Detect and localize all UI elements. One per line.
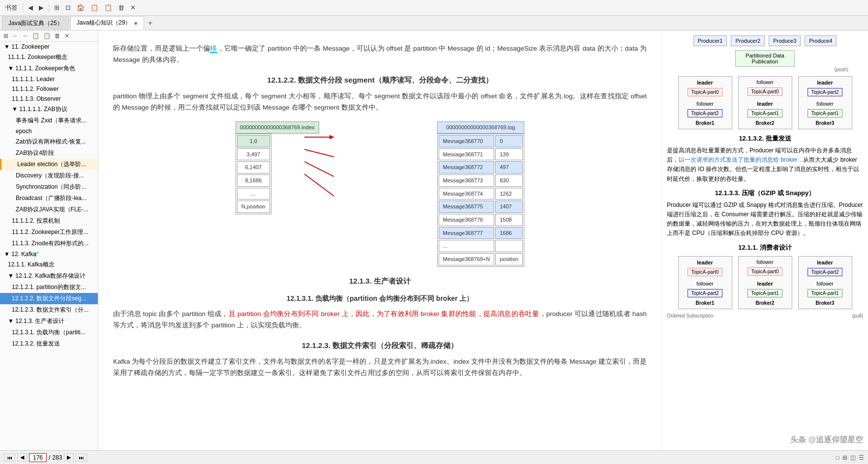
sidebar-item-batch[interactable]: 12.1.3.2. 批量发送 [0,338,98,349]
section5-body: 是提高消息吞吐量重要的方式，Producer 端可以在内存中合并多条消息后，以一… [667,146,863,184]
toolbar-panel[interactable]: ⊡ [63,3,73,12]
status-icons: □ ⊞ ◫ ☰ [836,454,864,461]
sidebar-btn-expand[interactable]: ⊞ [2,32,10,40]
pull-label: (pull) [852,313,863,319]
consumer-section: 12.1.1. 消费者设计 leader TopicA-part0 follow… [667,243,863,319]
broker1-bot: leader TopicA-part0 follower TopicA-part… [678,256,732,309]
status-icon-2: ⊞ [842,454,847,461]
sidebar: ⊞ ← → 📋 📋 🗑 ✕ ▼ 11. Zookeeper 11.1.1. Zo… [0,30,98,450]
sidebar-item-zab-mode[interactable]: Zab协议有两种模式-恢复... [0,136,98,147]
sidebar-item-kafka[interactable]: ▼ 12. Kafka ↙ [0,249,98,259]
sidebar-item-label: 12.1.3.1. 负载均衡（partiti... [12,329,85,336]
sidebar-item-label: 12.1.3.2. 批量发送 [12,340,60,347]
page-next-button[interactable]: ▶ [64,453,74,462]
data-table: Message3687700 Message368771139 Message3… [437,134,525,267]
sidebar-item-zab[interactable]: ▼ 11.1.1.1. ZAB协议 [0,104,98,115]
page-first-button[interactable]: ⏮ [4,454,15,462]
producer2: Producer2 [731,35,765,46]
page-prev-button[interactable]: ◀ [17,453,27,462]
sidebar-btn-back[interactable]: ← [11,32,20,40]
index-table: 1,0 3,497 6,1407 8,1686 ... N,position [236,134,271,214]
index-filename: 00000000000000368769.index [236,121,319,134]
sidebar-btn-copy1[interactable]: 📋 [30,32,41,40]
sidebar-btn-close[interactable]: ✕ [63,32,71,40]
broker2-top: follower TopicA-part0 leader TopicA-part… [738,76,792,129]
sidebar-item-epoch[interactable]: epoch [0,126,98,136]
section6-body: Producer 端可以通过 GZIP 或 Snappy 格式对消息集合进行压缩… [667,201,863,238]
sidebar-item-label: Leader election（选举阶... [17,161,86,168]
data-filename: 00000000000000368769.log [437,121,525,134]
toolbar-back[interactable]: ◀ [26,3,35,12]
sidebar-item-zab-4stage[interactable]: ZAB协议4阶段 [0,147,98,159]
sidebar-btn-copy2[interactable]: 📋 [42,32,52,40]
toolbar-copy[interactable]: 📋 [89,3,100,12]
section1-title: 12.1.2.2. 数据文件分段 segment（顺序读写、分段命令、二分查找） [113,74,647,87]
svg-line-6 [304,162,334,176]
sidebar-item-label: 11.1.2. Zookeeper工作原理... [12,229,88,235]
sidebar-item-producer[interactable]: ▼ 12.1.3. 生产者设计 [0,316,98,327]
sidebar-item-index[interactable]: 12.1.2.3. 数据文件索引（分... [0,304,98,316]
kafka-diagram-top: Producer1 Producer2 Produce3 Produce4 Pa… [667,35,863,129]
sidebar-item-sync[interactable]: Synchronization（同步阶... [0,181,98,193]
sidebar-item-segment[interactable]: 12.1.2.2. 数据文件分段seg... [0,293,98,304]
broker2-bot: follower TopicA-part0 leader TopicA-part… [738,256,792,309]
sidebar-item-loadbalance[interactable]: 12.1.3.1. 负载均衡（partiti... [0,327,98,338]
doc-area[interactable]: 际存储位置，而是逻辑上一个偏移，它唯一确定了 partition 中的一条 Me… [98,30,661,450]
sidebar-item-label: 11.1.1.2. Follower [12,86,59,92]
sidebar-item-partition-data[interactable]: 12.1.2.1. partition的数据文... [0,282,98,293]
tab-add-button[interactable]: + [145,19,155,28]
page-separator: / [49,454,50,461]
compress-section: 12.1.3.3. 压缩（GZIP 或 Snappy） Producer 端可以… [667,189,863,238]
sidebar-item-kafka-storage[interactable]: ▼ 12.1.2. Kafka数据存储设计 [0,270,98,282]
status-icon-4: ☰ [859,454,864,461]
sidebar-item-zk-concept[interactable]: 11.1.1. Zookeeper概念 [0,52,98,63]
toolbar-copy2[interactable]: 📋 [102,3,114,12]
sidebar-item-zookeeper[interactable]: ▼ 11. Zookeeper [0,42,98,52]
toolbar-grid[interactable]: ⊞ [52,3,61,12]
sidebar-item-discovery[interactable]: Discovery（发现阶段-接... [0,170,98,181]
sidebar-item-label: ▼ 12.1.3. 生产者设计 [8,318,64,324]
toolbar: 书签 ◀ ▶ ⊞ ⊡ 🏠 📋 📋 🗑 ✕ [0,0,868,16]
section2-title: 12.1.2.3. 数据文件索引（分段索引、稀疏存储） [113,339,647,352]
tab-java-core[interactable]: Java核心知识（29） ● [70,16,144,30]
section7-title: 12.1.1. 消费者设计 [667,243,863,252]
toolbar-forward[interactable]: ▶ [37,3,46,12]
sidebar-item-zab-java[interactable]: ZAB协议JAVA实现（FLE-... [0,204,98,215]
bottom-right-area: □ ⊞ ◫ ☰ [836,454,864,461]
toolbar-delete[interactable]: 🗑 [116,3,126,12]
sidebar-item-vote[interactable]: 11.1.1.2. 投票机制 [0,215,98,227]
page-number-input[interactable] [29,453,47,462]
page-last-button[interactable]: ⏭ [76,454,87,462]
tab-label-1: Java面试宝典（25） [8,19,63,28]
sidebar-item-zxid[interactable]: 事务编号 Zxid（事务请求... [0,115,98,126]
sidebar-item-follower[interactable]: 11.1.1.2. Follower [0,84,98,94]
section6-title: 12.1.3.3. 压缩（GZIP 或 Snappy） [667,189,863,198]
sidebar-item-label: 12.1.2.1. partition的数据文... [12,284,86,290]
sidebar-item-kafka-concept[interactable]: 12.1.1. Kafka概念 [0,259,98,270]
sidebar-item-zk-role[interactable]: ▼ 11.1.1. Zookeeper角色 [0,63,98,74]
index-diagram-container: 00000000000000368769.index 1,0 3,497 6,1… [113,121,647,267]
main-layout: ⊞ ← → 📋 📋 🗑 ✕ ▼ 11. Zookeeper 11.1.1. Zo… [0,30,868,450]
status-icon-1: □ [836,454,839,461]
sidebar-item-zk-work[interactable]: 11.1.2. Zookeeper工作原理... [0,227,98,238]
tab-java-interview[interactable]: Java面试宝典（25） [2,16,69,30]
toolbar-home[interactable]: 🏠 [75,3,87,12]
sidebar-btn-del[interactable]: 🗑 [53,32,62,40]
toolbar-bookmark[interactable]: 书签 [3,2,20,13]
sidebar-item-label: ▼ 11. Zookeeper [4,43,50,50]
broker3-bot: leader TopicA-part2 follower TopicA-part… [798,256,852,309]
sidebar-item-label: 11.1.3. Znode有四种形式的... [12,240,89,247]
sidebar-item-label: Synchronization（同步阶... [16,183,86,190]
sidebar-item-observer[interactable]: 11.1.1.3. Observer [0,94,98,104]
sidebar-item-label: 11.1.1.3. Observer [12,95,60,102]
producer4: Produce4 [805,35,837,46]
toolbar-close[interactable]: ✕ [128,3,138,12]
sidebar-item-broadcast[interactable]: Broadcast（广播阶段-lea... [0,193,98,204]
svg-line-7 [304,174,334,196]
sidebar-item-znode[interactable]: 11.1.3. Znode有四种形式的... [0,238,98,249]
sidebar-item-leader-election[interactable]: Leader election（选举阶... [0,159,98,170]
tab-close-icon[interactable]: ● [134,20,137,27]
pub-area: Partitioned DataPublication (push) [667,50,863,72]
sidebar-item-leader[interactable]: 11.1.1.1. Leader [0,74,98,84]
sidebar-btn-fwd[interactable]: → [21,32,30,40]
